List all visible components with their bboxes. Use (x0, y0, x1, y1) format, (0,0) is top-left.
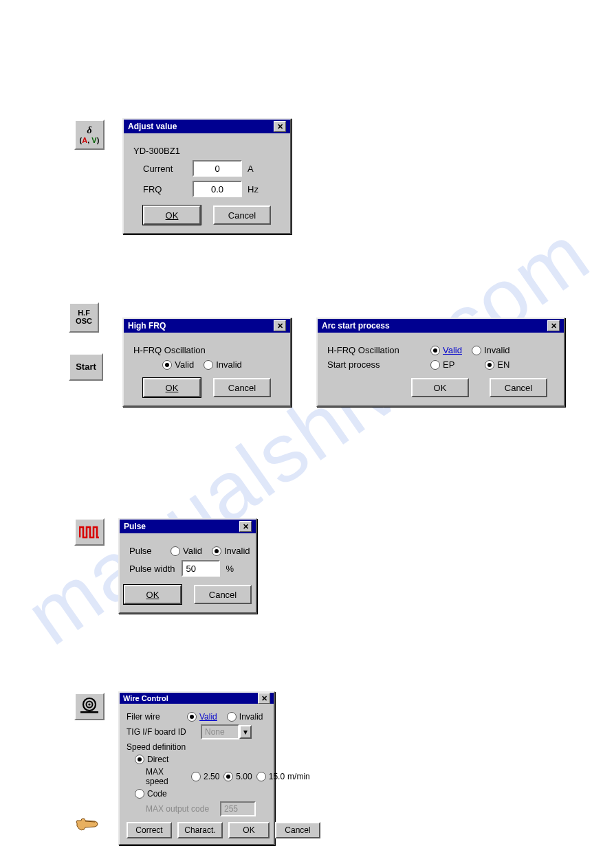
arc-start-titlebar: Arc start process ✕ (318, 319, 564, 333)
frq-unit: Hz (248, 184, 259, 194)
close-icon[interactable]: ✕ (547, 320, 560, 331)
arc-en-radio[interactable]: EN (485, 359, 509, 370)
wire-control-launcher[interactable] (74, 693, 105, 720)
close-icon[interactable]: ✕ (239, 521, 252, 532)
ok-button[interactable]: OK (228, 822, 270, 838)
delta-icon: δ (87, 125, 91, 135)
speed-direct-radio[interactable]: Direct (135, 755, 168, 764)
pulse-width-input[interactable] (182, 560, 220, 577)
max-output-label: MAX output code (146, 804, 213, 814)
close-icon[interactable]: ✕ (274, 320, 286, 331)
speed-unit: m/min (287, 772, 310, 781)
hfrq-heading: H-FRQ Oscillation (133, 345, 206, 355)
ok-button[interactable]: OK (411, 378, 469, 397)
hf-osc-label: H.F OSC (76, 309, 92, 325)
adjust-value-title: Adjust value (128, 122, 177, 131)
pulse-valid-radio[interactable]: Valid (171, 546, 202, 556)
wire-reel-icon (80, 697, 99, 715)
speed-150-radio[interactable]: 15.0 (256, 772, 285, 781)
cancel-button[interactable]: Cancel (194, 585, 252, 604)
watermark-text: manualshive.com (8, 205, 606, 663)
adjust-value-titlebar: Adjust value ✕ (124, 120, 290, 133)
adjust-value-dialog: Adjust value ✕ YD-300BZ1 Current A FRQ H… (122, 118, 292, 234)
cancel-button[interactable]: Cancel (213, 205, 271, 225)
pulse-wave-icon (76, 520, 103, 544)
cancel-button[interactable]: Cancel (490, 378, 547, 397)
max-speed-label: MAX speed (146, 767, 184, 786)
frq-input[interactable] (193, 181, 242, 197)
speed-500-radio[interactable]: 5.00 (223, 772, 252, 781)
speed-250-radio[interactable]: 2.50 (191, 772, 219, 781)
arc-invalid-radio[interactable]: Invalid (472, 345, 510, 355)
pulse-width-label: Pulse width (129, 564, 175, 574)
speed-code-radio[interactable]: Code (135, 789, 167, 799)
hf-osc-launcher[interactable]: H.F OSC (69, 302, 99, 333)
start-label: Start (76, 362, 96, 372)
arc-valid-radio[interactable]: Valid (430, 345, 462, 355)
av-label: (A, V) (80, 136, 100, 144)
filer-wire-label: Filer wire (127, 712, 180, 722)
current-label: Current (143, 164, 186, 174)
high-frq-titlebar: High FRQ ✕ (124, 319, 290, 333)
charact-button[interactable]: Charact. (177, 822, 223, 838)
wire-valid-radio[interactable]: Valid (187, 712, 217, 722)
hfrq-valid-radio[interactable]: Valid (162, 359, 194, 370)
cancel-button[interactable]: Cancel (213, 378, 271, 397)
close-icon[interactable]: ✕ (258, 693, 270, 704)
correct-button[interactable]: Correct (127, 822, 172, 838)
ok-button[interactable]: OK (124, 585, 182, 604)
cancel-button[interactable]: Cancel (275, 822, 320, 838)
wire-control-dialog: Wire Control ✕ Filer wire Valid Invalid … (118, 691, 275, 845)
pulse-width-unit: % (226, 564, 234, 574)
board-id-select (201, 724, 239, 739)
ok-button[interactable]: OK (143, 378, 201, 397)
pulse-dialog: Pulse ✕ Pulse Valid Invalid Pulse width … (118, 518, 257, 614)
speed-definition-heading: Speed definition (127, 742, 186, 752)
wire-invalid-radio[interactable]: Invalid (227, 712, 263, 722)
arc-start-title: Arc start process (322, 321, 390, 331)
frq-label: FRQ (143, 184, 186, 194)
board-id-label: TIG I/F board ID (127, 727, 194, 737)
pointing-hand-icon (74, 816, 99, 834)
ok-button[interactable]: OK (143, 205, 201, 225)
current-unit: A (248, 164, 254, 174)
pulse-launcher[interactable] (74, 518, 105, 546)
high-frq-dialog: High FRQ ✕ H-FRQ Oscillation Valid Inval… (122, 318, 292, 407)
arc-ep-radio[interactable]: EP (430, 359, 454, 370)
max-output-input (220, 801, 256, 816)
hfrq-invalid-radio[interactable]: Invalid (204, 359, 242, 370)
start-launcher[interactable]: Start (69, 353, 103, 381)
chevron-down-icon: ▾ (239, 725, 252, 739)
current-input[interactable] (193, 160, 242, 177)
high-frq-title: High FRQ (128, 321, 166, 331)
close-icon[interactable]: ✕ (274, 121, 286, 132)
pulse-invalid-radio[interactable]: Invalid (212, 546, 250, 556)
pulse-title: Pulse (124, 522, 146, 531)
wire-titlebar: Wire Control ✕ (120, 693, 274, 704)
adjust-value-launcher[interactable]: δ (A, V) (74, 120, 105, 150)
svg-rect-3 (80, 711, 98, 713)
pulse-titlebar: Pulse ✕ (120, 520, 256, 533)
arc-start-dialog: Arc start process ✕ H-FRQ Oscillation Va… (316, 318, 565, 407)
pulse-label: Pulse (129, 546, 164, 556)
wire-title: Wire Control (123, 694, 168, 702)
arc-startproc-label: Start process (327, 359, 424, 370)
arc-hfrq-label: H-FRQ Oscillation (327, 345, 424, 355)
device-label: YD-300BZ1 (133, 146, 180, 156)
svg-point-2 (88, 704, 90, 706)
